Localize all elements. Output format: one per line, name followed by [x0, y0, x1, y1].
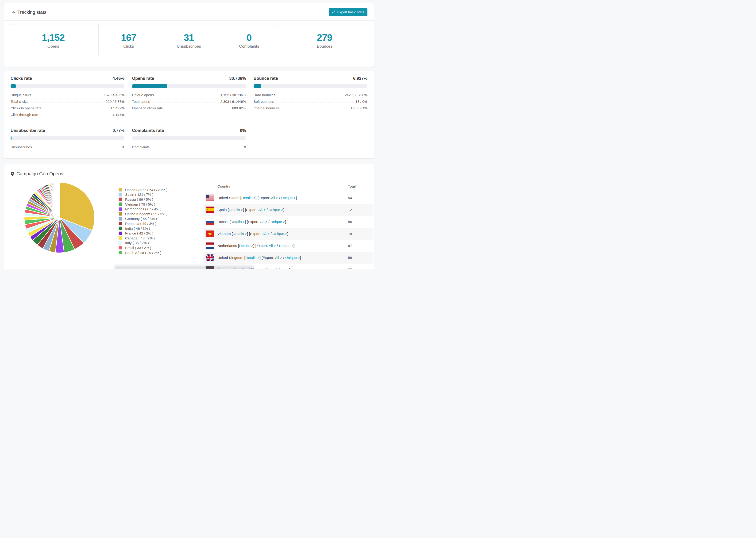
rate-row-value: 31	[121, 145, 125, 149]
flag-united-kingdom-icon	[206, 254, 214, 261]
clicks-rate-value: 4.46%	[112, 76, 125, 81]
rate-row: Unique clicks167 / 4.456%	[11, 93, 125, 99]
stat-bounces-value: 279	[282, 32, 367, 43]
details-link[interactable]: Details >	[229, 208, 243, 212]
export-basic-stats-button[interactable]: Export basic stats	[329, 8, 367, 16]
legend-label: South Africa ( 29 / 2% )	[125, 251, 161, 255]
legend-swatch	[119, 227, 122, 230]
country-name: Spain	[217, 208, 227, 212]
legend-swatch	[119, 188, 122, 191]
opens-rate-title: Opens rate	[132, 76, 154, 81]
legend-item[interactable]: Italy ( 36 / 2% )	[119, 241, 203, 245]
export-all-link[interactable]: All >	[258, 208, 266, 212]
unsubscribe-rate-panel: Unsubscribe rate 0.77% Unsubscribes31	[11, 128, 125, 152]
export-all-link[interactable]: All >	[264, 268, 271, 269]
legend-item[interactable]: Romania ( 49 / 3% )	[119, 221, 203, 226]
rates-empty-cell	[253, 128, 367, 152]
legend-item[interactable]: Vietnam ( 79 / 5% )	[119, 202, 203, 207]
opens-rate-value: 30.736%	[229, 76, 246, 81]
details-link[interactable]: Details >	[233, 232, 247, 236]
legend-item[interactable]: France ( 42 / 2% )	[119, 231, 203, 236]
rate-row: Soft bounces18 / 0%	[253, 99, 367, 106]
dotted-leader	[277, 96, 343, 96]
country-cell: Russia [Details >] [Export: All > / Uniq…	[214, 220, 348, 224]
country-name: Vietnam	[217, 232, 231, 236]
export-unique-link[interactable]: Unique >	[281, 196, 296, 200]
legend-item[interactable]: South Africa ( 29 / 2% )	[119, 250, 203, 255]
legend-swatch	[119, 246, 122, 249]
details-link[interactable]: Details >	[242, 196, 256, 200]
legend-item[interactable]: United States ( 541 / 31% )	[119, 187, 203, 192]
rate-row: Internal bounces19 / 6.81%	[253, 106, 367, 113]
flag-united-states-icon	[206, 194, 214, 201]
export-label: Export:	[248, 220, 259, 224]
flag-netherlands-icon	[206, 242, 214, 249]
rate-row-value: 19 / 6.81%	[351, 106, 367, 110]
details-link[interactable]: Details >	[239, 243, 253, 248]
stat-opens-label: Opens	[11, 44, 96, 49]
legend-item[interactable]: Netherlands ( 67 / 4% )	[119, 207, 203, 211]
rate-row-value: 689.82%	[232, 106, 246, 110]
stat-clicks-label: Clicks	[101, 44, 156, 49]
page: Tracking stats Export basic stats 1,152 …	[0, 0, 378, 269]
export-all-link[interactable]: All >	[269, 243, 276, 248]
rate-row: Total opens2,303 / 61.446%	[132, 99, 246, 106]
legend-label: United States ( 541 / 31% )	[125, 188, 167, 192]
rate-row-label: Opens to clicks rate	[132, 106, 163, 110]
export-unique-link[interactable]: Unique >	[274, 268, 289, 269]
dotted-leader	[43, 109, 109, 109]
table-row-spain: Spain [Details >] [Export: All > / Uniqu…	[203, 204, 373, 216]
country-cell: Vietnam [Details >] [Export: All > / Uni…	[214, 232, 348, 236]
legend-label: France ( 42 / 2% )	[125, 231, 153, 235]
dotted-leader	[33, 96, 102, 96]
legend-item[interactable]: Brazil ( 33 / 2% )	[119, 245, 203, 250]
legend-label: Russia ( 86 / 5% )	[125, 197, 153, 201]
rate-row-value: 14.497%	[111, 106, 125, 110]
geo-legend: United States ( 541 / 31% ) Spain ( 121 …	[109, 181, 203, 255]
geo-title: Campaign Geo Opens	[11, 171, 367, 177]
rate-row-label: Unique clicks	[11, 93, 31, 97]
legend-item[interactable]: Russia ( 86 / 5% )	[119, 197, 203, 202]
export-all-link[interactable]: All >	[275, 256, 282, 260]
export-unique-link[interactable]: Unique >	[269, 208, 283, 212]
export-all-link[interactable]: All >	[260, 220, 267, 224]
details-link[interactable]: Details >	[231, 220, 245, 224]
details-link[interactable]: Details >	[245, 256, 260, 260]
opens-rate-panel: Opens rate 30.736% Unique opens1,152 / 3…	[132, 76, 246, 119]
stat-complaints: 0 Complaints	[219, 25, 279, 55]
legend-swatch	[119, 193, 122, 196]
geo-pie-chart	[11, 181, 109, 254]
rate-row-value: 1,152 / 30.736%	[220, 93, 246, 97]
legend-swatch	[119, 217, 122, 221]
export-all-link[interactable]: All >	[262, 232, 270, 236]
country-cell: Netherlands [Details >] [Export: All > /…	[214, 243, 348, 248]
legend-item[interactable]: United Kingdom ( 59 / 3% )	[119, 211, 203, 216]
rate-row-label: Unsubscribes	[11, 145, 32, 149]
country-cell: Spain [Details >] [Export: All > / Uniqu…	[214, 208, 348, 212]
dotted-leader	[165, 109, 230, 109]
export-unique-link[interactable]: Unique >	[285, 256, 300, 260]
country-name: United Kingdom	[217, 256, 243, 260]
clicks-rate-panel: Clicks rate 4.46% Unique clicks167 / 4.4…	[11, 76, 125, 119]
total-cell: 121	[348, 208, 373, 212]
dotted-leader	[156, 96, 218, 96]
geo-table: Country Total United States [Details >] …	[203, 181, 373, 269]
legend-swatch	[119, 197, 122, 201]
flag-vietnam-icon	[206, 231, 214, 237]
legend-item[interactable]: India ( 46 / 3% )	[119, 226, 203, 231]
rate-row-value: 18 / 0%	[355, 99, 367, 103]
rate-row-label: Total opens	[132, 99, 150, 103]
export-unique-link[interactable]: Unique >	[279, 243, 294, 248]
legend-label: Italy ( 36 / 2% )	[125, 241, 149, 245]
legend-item[interactable]: Germany ( 55 / 3% )	[119, 216, 203, 221]
flag-spain-icon	[206, 207, 214, 213]
legend-item[interactable]: Canada ( 40 / 2% )	[119, 236, 203, 241]
tracking-stats-header: Tracking stats Export basic stats	[4, 3, 374, 21]
export-unique-link[interactable]: Unique >	[270, 220, 285, 224]
rate-row-label: Hard bounces	[253, 93, 275, 97]
export-all-link[interactable]: All >	[271, 196, 278, 200]
legend-item[interactable]: Spain ( 121 / 7% )	[119, 192, 203, 197]
export-unique-link[interactable]: Unique >	[273, 232, 287, 236]
country-cell: United Kingdom [Details >] [Export: All …	[214, 256, 348, 260]
country-name: United States	[217, 196, 239, 200]
